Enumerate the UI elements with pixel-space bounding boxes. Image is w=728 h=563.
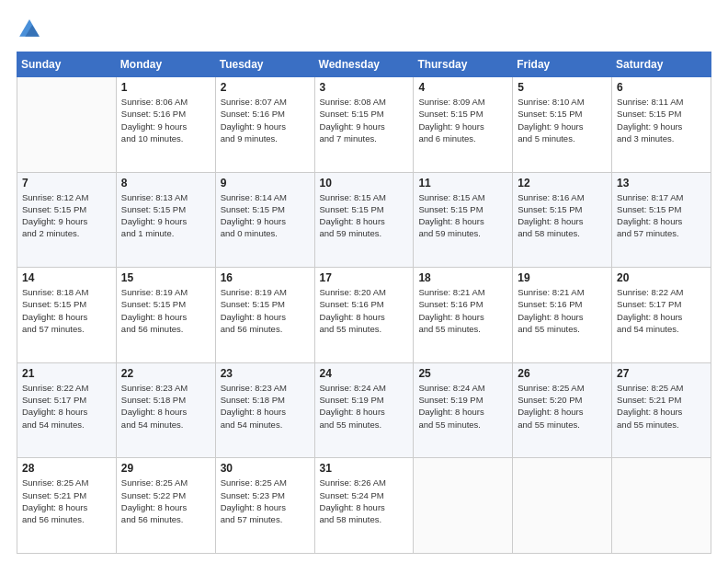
week-row-1: 1Sunrise: 8:06 AMSunset: 5:16 PMDaylight…: [17, 77, 711, 173]
calendar-cell: 11Sunrise: 8:15 AMSunset: 5:15 PMDayligh…: [414, 172, 513, 268]
day-number: 19: [518, 271, 607, 284]
calendar-cell: 2Sunrise: 8:07 AMSunset: 5:16 PMDaylight…: [215, 77, 314, 173]
weekday-header-wednesday: Wednesday: [314, 52, 414, 77]
day-info: Sunrise: 8:20 AMSunset: 5:16 PMDaylight:…: [320, 286, 409, 335]
weekday-header-sunday: Sunday: [17, 52, 117, 77]
calendar-cell: 20Sunrise: 8:22 AMSunset: 5:17 PMDayligh…: [612, 268, 711, 363]
weekday-header-thursday: Thursday: [414, 52, 513, 77]
weekday-header-tuesday: Tuesday: [215, 52, 314, 77]
calendar-cell: 5Sunrise: 8:10 AMSunset: 5:15 PMDaylight…: [513, 77, 612, 173]
day-number: 20: [617, 271, 706, 284]
calendar-cell: 28Sunrise: 8:25 AMSunset: 5:21 PMDayligh…: [17, 458, 117, 554]
day-info: Sunrise: 8:22 AMSunset: 5:17 PMDaylight:…: [617, 286, 706, 335]
day-info: Sunrise: 8:25 AMSunset: 5:21 PMDaylight:…: [22, 477, 111, 525]
calendar-cell: 12Sunrise: 8:16 AMSunset: 5:15 PMDayligh…: [513, 172, 612, 268]
calendar-cell: 15Sunrise: 8:19 AMSunset: 5:15 PMDayligh…: [116, 268, 215, 363]
day-number: 5: [518, 81, 607, 94]
week-row-3: 14Sunrise: 8:18 AMSunset: 5:15 PMDayligh…: [17, 268, 711, 363]
day-number: 31: [320, 462, 409, 475]
calendar-cell: 27Sunrise: 8:25 AMSunset: 5:21 PMDayligh…: [612, 362, 711, 458]
calendar-cell: 18Sunrise: 8:21 AMSunset: 5:16 PMDayligh…: [414, 268, 513, 363]
day-info: Sunrise: 8:09 AMSunset: 5:15 PMDaylight:…: [418, 96, 507, 144]
calendar-cell: 3Sunrise: 8:08 AMSunset: 5:15 PMDaylight…: [314, 77, 414, 173]
calendar-cell: 10Sunrise: 8:15 AMSunset: 5:15 PMDayligh…: [314, 172, 414, 268]
weekday-header-friday: Friday: [513, 52, 612, 77]
calendar-cell: 13Sunrise: 8:17 AMSunset: 5:15 PMDayligh…: [612, 172, 711, 268]
day-number: 21: [22, 367, 111, 380]
calendar-cell: 29Sunrise: 8:25 AMSunset: 5:22 PMDayligh…: [116, 458, 215, 554]
day-number: 27: [617, 367, 706, 380]
day-number: 25: [418, 367, 507, 380]
day-number: 17: [320, 271, 409, 284]
day-number: 2: [221, 81, 310, 94]
day-info: Sunrise: 8:15 AMSunset: 5:15 PMDaylight:…: [418, 191, 507, 240]
day-number: 22: [121, 367, 210, 380]
day-number: 8: [121, 177, 210, 190]
day-info: Sunrise: 8:23 AMSunset: 5:18 PMDaylight:…: [121, 382, 210, 431]
day-info: Sunrise: 8:26 AMSunset: 5:24 PMDaylight:…: [320, 477, 409, 525]
day-number: 28: [22, 462, 111, 475]
calendar-cell: 9Sunrise: 8:14 AMSunset: 5:15 PMDaylight…: [215, 172, 314, 268]
calendar-cell: 1Sunrise: 8:06 AMSunset: 5:16 PMDaylight…: [116, 77, 215, 173]
calendar-cell: 14Sunrise: 8:18 AMSunset: 5:15 PMDayligh…: [17, 268, 117, 363]
day-info: Sunrise: 8:22 AMSunset: 5:17 PMDaylight:…: [22, 382, 111, 431]
day-info: Sunrise: 8:25 AMSunset: 5:20 PMDaylight:…: [518, 382, 607, 431]
day-info: Sunrise: 8:21 AMSunset: 5:16 PMDaylight:…: [518, 286, 607, 335]
calendar-cell: 21Sunrise: 8:22 AMSunset: 5:17 PMDayligh…: [17, 362, 117, 458]
day-info: Sunrise: 8:08 AMSunset: 5:15 PMDaylight:…: [320, 96, 409, 144]
day-number: 4: [418, 81, 507, 94]
day-number: 13: [617, 177, 706, 190]
calendar-cell: 26Sunrise: 8:25 AMSunset: 5:20 PMDayligh…: [513, 362, 612, 458]
page: SundayMondayTuesdayWednesdayThursdayFrid…: [0, 0, 728, 563]
day-number: 24: [320, 367, 409, 380]
day-number: 14: [22, 271, 111, 284]
day-number: 12: [518, 177, 607, 190]
day-number: 16: [221, 271, 310, 284]
calendar-cell: 31Sunrise: 8:26 AMSunset: 5:24 PMDayligh…: [314, 458, 414, 554]
day-info: Sunrise: 8:12 AMSunset: 5:15 PMDaylight:…: [22, 191, 111, 240]
header: [17, 17, 711, 42]
week-row-4: 21Sunrise: 8:22 AMSunset: 5:17 PMDayligh…: [17, 362, 711, 458]
day-info: Sunrise: 8:21 AMSunset: 5:16 PMDaylight:…: [418, 286, 507, 335]
weekday-header-saturday: Saturday: [612, 52, 711, 77]
day-number: 9: [221, 177, 310, 190]
day-info: Sunrise: 8:10 AMSunset: 5:15 PMDaylight:…: [518, 96, 607, 144]
weekday-header-row: SundayMondayTuesdayWednesdayThursdayFrid…: [17, 52, 711, 77]
calendar-cell: 23Sunrise: 8:23 AMSunset: 5:18 PMDayligh…: [215, 362, 314, 458]
day-number: 30: [221, 462, 310, 475]
day-info: Sunrise: 8:25 AMSunset: 5:22 PMDaylight:…: [121, 477, 210, 525]
day-info: Sunrise: 8:23 AMSunset: 5:18 PMDaylight:…: [221, 382, 310, 431]
logo: [17, 17, 46, 42]
day-number: 23: [221, 367, 310, 380]
calendar-cell: 17Sunrise: 8:20 AMSunset: 5:16 PMDayligh…: [314, 268, 414, 363]
calendar-cell: 6Sunrise: 8:11 AMSunset: 5:15 PMDaylight…: [612, 77, 711, 173]
day-info: Sunrise: 8:24 AMSunset: 5:19 PMDaylight:…: [320, 382, 409, 431]
day-info: Sunrise: 8:25 AMSunset: 5:21 PMDaylight:…: [617, 382, 706, 431]
day-info: Sunrise: 8:07 AMSunset: 5:16 PMDaylight:…: [221, 96, 310, 144]
calendar-cell: [17, 77, 117, 173]
calendar-cell: 19Sunrise: 8:21 AMSunset: 5:16 PMDayligh…: [513, 268, 612, 363]
calendar-cell: 25Sunrise: 8:24 AMSunset: 5:19 PMDayligh…: [414, 362, 513, 458]
calendar-table: SundayMondayTuesdayWednesdayThursdayFrid…: [17, 52, 711, 554]
day-number: 3: [320, 81, 409, 94]
calendar-cell: 7Sunrise: 8:12 AMSunset: 5:15 PMDaylight…: [17, 172, 117, 268]
calendar-cell: 22Sunrise: 8:23 AMSunset: 5:18 PMDayligh…: [116, 362, 215, 458]
day-info: Sunrise: 8:25 AMSunset: 5:23 PMDaylight:…: [221, 477, 310, 525]
day-info: Sunrise: 8:13 AMSunset: 5:15 PMDaylight:…: [121, 191, 210, 240]
calendar-cell: 30Sunrise: 8:25 AMSunset: 5:23 PMDayligh…: [215, 458, 314, 554]
calendar-cell: [414, 458, 513, 554]
day-number: 11: [418, 177, 507, 190]
day-info: Sunrise: 8:06 AMSunset: 5:16 PMDaylight:…: [121, 96, 210, 144]
logo-icon: [17, 17, 42, 42]
day-info: Sunrise: 8:19 AMSunset: 5:15 PMDaylight:…: [121, 286, 210, 335]
day-number: 15: [121, 271, 210, 284]
day-info: Sunrise: 8:24 AMSunset: 5:19 PMDaylight:…: [418, 382, 507, 431]
day-number: 1: [121, 81, 210, 94]
calendar-cell: 4Sunrise: 8:09 AMSunset: 5:15 PMDaylight…: [414, 77, 513, 173]
day-number: 7: [22, 177, 111, 190]
weekday-header-monday: Monday: [116, 52, 215, 77]
calendar-cell: 8Sunrise: 8:13 AMSunset: 5:15 PMDaylight…: [116, 172, 215, 268]
week-row-5: 28Sunrise: 8:25 AMSunset: 5:21 PMDayligh…: [17, 458, 711, 554]
week-row-2: 7Sunrise: 8:12 AMSunset: 5:15 PMDaylight…: [17, 172, 711, 268]
day-number: 6: [617, 81, 706, 94]
